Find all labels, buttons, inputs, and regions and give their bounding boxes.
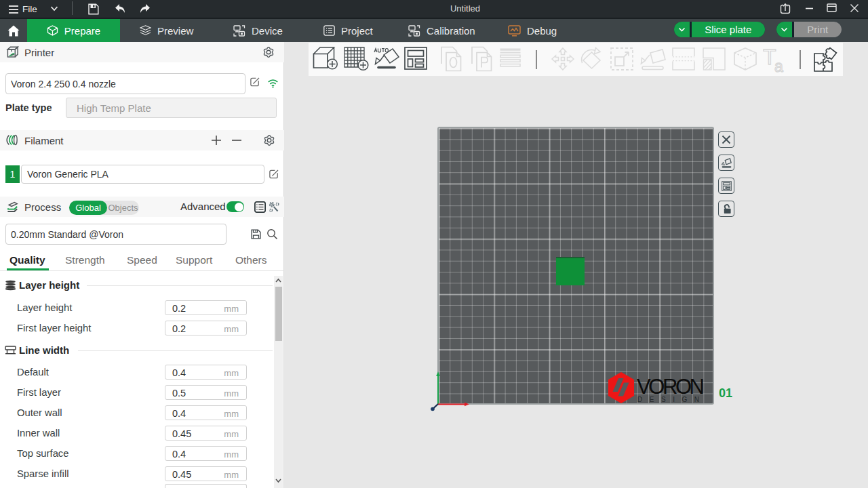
svg-text:VORON: VORON <box>637 375 705 399</box>
svg-text:a: a <box>774 58 783 73</box>
